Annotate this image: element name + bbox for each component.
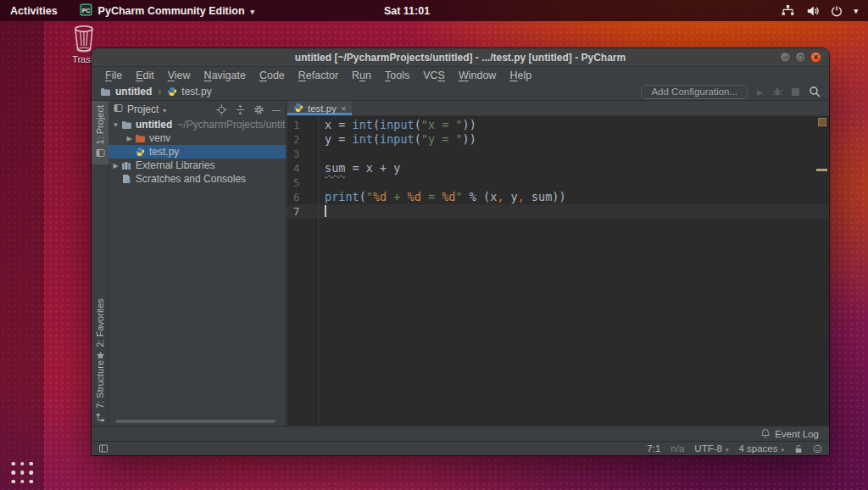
stripe-label: 1: Project xyxy=(95,105,105,144)
stop-icon[interactable] xyxy=(792,88,799,96)
tree-item-venv[interactable]: ▶venv xyxy=(108,131,286,145)
menu-file[interactable]: File xyxy=(98,70,129,81)
project-stripe-icon xyxy=(96,148,105,160)
code-text: sum = x + y xyxy=(318,161,400,175)
activities-button[interactable]: Activities xyxy=(0,0,68,21)
breadcrumb-file[interactable]: test.py xyxy=(181,86,211,97)
menu-edit[interactable]: Edit xyxy=(129,70,161,81)
add-configuration-button[interactable]: Add Configuration... xyxy=(641,85,748,99)
encoding-selector[interactable]: UTF-8 xyxy=(694,443,728,454)
project-folder-icon xyxy=(120,120,132,130)
line-number: 5 xyxy=(287,175,318,190)
locate-icon[interactable] xyxy=(216,104,227,115)
highlighting-level-icon[interactable] xyxy=(813,444,822,454)
breadcrumb-separator-icon xyxy=(156,86,163,97)
collapse-all-icon[interactable] xyxy=(235,104,246,115)
status-bar: 7:1 n/a UTF-8 4 spaces xyxy=(92,441,829,455)
show-apps-button[interactable] xyxy=(11,462,33,484)
project-panel: Project ▼untitled~/PycharmProjects/untit… xyxy=(108,101,287,426)
debug-icon[interactable] xyxy=(772,86,782,97)
code-line-5[interactable]: 5 xyxy=(287,175,829,190)
folder-icon xyxy=(100,87,111,97)
text-caret xyxy=(325,205,326,217)
menu-refactor[interactable]: Refactor xyxy=(292,70,345,81)
toolwindow-toggle-icon[interactable] xyxy=(98,443,108,454)
code-area[interactable]: 1x = int(input("x = "))2y = int(input("y… xyxy=(287,116,829,426)
stripe-label: 7: Structure xyxy=(95,360,105,409)
stripe-7-structure[interactable]: 7: Structure xyxy=(92,356,108,429)
pycharm-window: untitled [~/PycharmProjects/untitled] - … xyxy=(92,48,829,455)
event-log-icon xyxy=(760,428,771,440)
toolwindow-bar: Event Log xyxy=(92,426,829,441)
app-menu[interactable]: PC PyCharm Community Edition xyxy=(80,3,254,19)
menu-run[interactable]: Run xyxy=(345,70,378,81)
python-file-icon xyxy=(167,86,177,97)
volume-icon xyxy=(806,5,820,17)
gear-icon[interactable] xyxy=(253,104,264,115)
project-panel-title[interactable]: Project xyxy=(127,103,159,115)
breadcrumb: untitled test.py xyxy=(100,86,212,97)
window-titlebar[interactable]: untitled [~/PycharmProjects/untitled] - … xyxy=(92,48,829,67)
unlock-icon[interactable] xyxy=(794,444,803,454)
menu-navigate[interactable]: Navigate xyxy=(198,70,253,81)
tree-item-label: Scratches and Consoles xyxy=(136,173,246,185)
menu-help[interactable]: Help xyxy=(503,70,538,81)
tree-arrow-icon[interactable]: ▼ xyxy=(111,121,120,129)
chevron-down-icon[interactable] xyxy=(163,103,166,115)
event-log-button[interactable]: Event Log xyxy=(760,428,819,440)
editor-tab-bar: test.py xyxy=(287,101,829,116)
menu-vcs[interactable]: VCS xyxy=(416,70,452,81)
tree-arrow-icon[interactable]: ▶ xyxy=(111,162,120,170)
code-line-1[interactable]: 1x = int(input("x = ")) xyxy=(287,118,829,132)
code-text xyxy=(318,175,325,190)
close-tab-icon[interactable] xyxy=(341,103,346,114)
close-button[interactable] xyxy=(810,52,821,63)
menu-view[interactable]: View xyxy=(161,70,198,81)
breadcrumb-project[interactable]: untitled xyxy=(115,86,152,97)
project-icon xyxy=(114,103,123,115)
warning-stripe-mark[interactable] xyxy=(816,169,827,171)
tree-item-test-py[interactable]: test.py xyxy=(108,145,286,159)
tree-item-scratches-and-consoles[interactable]: Scratches and Consoles xyxy=(108,172,286,186)
run-icon[interactable] xyxy=(757,86,763,97)
line-number: 3 xyxy=(287,147,318,161)
tree-arrow-icon[interactable]: ▶ xyxy=(125,135,134,142)
code-text xyxy=(318,204,326,219)
menu-tools[interactable]: Tools xyxy=(378,70,416,81)
search-everywhere-icon[interactable] xyxy=(809,86,821,97)
libraries-icon xyxy=(120,161,132,170)
python-file-icon xyxy=(134,147,146,157)
caret-position[interactable]: 7:1 xyxy=(647,443,660,454)
system-status-area[interactable] xyxy=(781,4,868,17)
power-icon xyxy=(831,5,843,17)
menu-bar: FileEditViewNavigateCodeRefactorRunTools… xyxy=(92,67,829,83)
tab-test-py[interactable]: test.py xyxy=(287,101,352,115)
code-line-6[interactable]: 6print("%d + %d = %d" % (x, y, sum)) xyxy=(287,190,829,204)
clock[interactable]: Sat 11:01 xyxy=(384,5,430,17)
minimize-button[interactable] xyxy=(780,52,791,63)
code-line-2[interactable]: 2y = int(input("y = ")) xyxy=(287,132,829,147)
horizontal-scrollbar[interactable] xyxy=(115,420,275,423)
code-line-7[interactable]: 7 xyxy=(287,204,829,219)
menu-code[interactable]: Code xyxy=(253,70,292,81)
hide-panel-icon[interactable] xyxy=(272,105,281,114)
pycharm-icon: PC xyxy=(80,3,92,19)
stripe-1-project[interactable]: 1: Project xyxy=(92,101,108,164)
tab-label: test.py xyxy=(308,103,337,114)
event-log-label: Event Log xyxy=(775,429,819,439)
stripe-label: 2: Favorites xyxy=(95,298,105,347)
tree-item-label: untitled xyxy=(136,119,172,131)
tree-item-untitled[interactable]: ▼untitled~/PycharmProjects/untitle xyxy=(108,118,286,131)
menu-window[interactable]: Window xyxy=(452,70,503,81)
code-line-3[interactable]: 3 xyxy=(287,147,829,161)
maximize-button[interactable] xyxy=(795,52,806,63)
code-line-4[interactable]: 4sum = x + y xyxy=(287,161,829,175)
code-text: print("%d + %d = %d" % (x, y, sum)) xyxy=(318,190,566,204)
inspections-indicator-icon[interactable] xyxy=(818,118,826,126)
indent-selector[interactable]: 4 spaces xyxy=(738,443,784,454)
tree-item-external-libraries[interactable]: ▶External Libraries xyxy=(108,159,286,172)
memory-indicator[interactable]: n/a xyxy=(670,443,684,454)
line-number: 7 xyxy=(287,204,318,219)
tree-item-label: External Libraries xyxy=(136,159,214,171)
scratches-icon xyxy=(120,174,132,184)
